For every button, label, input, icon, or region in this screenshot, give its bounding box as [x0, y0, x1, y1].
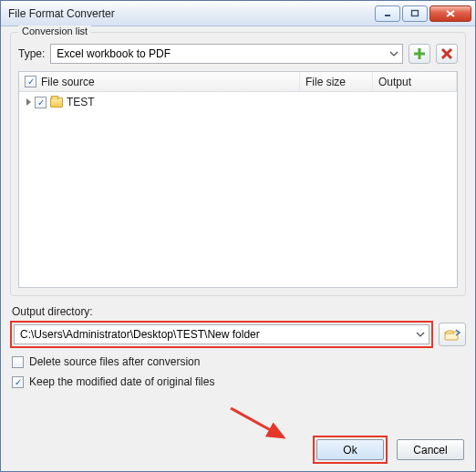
cancel-button[interactable]: Cancel — [397, 439, 464, 460]
output-highlight: C:\Users\Administrator\Desktop\TEST\New … — [10, 321, 433, 348]
file-list: ✓ File source File size Output ✓ — [18, 71, 458, 288]
keepdate-checkbox[interactable]: ✓ — [12, 376, 24, 388]
row-checkbox[interactable]: ✓ — [35, 97, 47, 108]
output-row: C:\Users\Administrator\Desktop\TEST\New … — [10, 321, 466, 348]
output-label: Output directory: — [12, 305, 466, 318]
type-label: Type: — [18, 47, 45, 60]
maximize-button[interactable] — [402, 5, 428, 22]
content-area: Conversion list Type: Excel workbook to … — [1, 26, 475, 426]
browse-button[interactable] — [439, 323, 466, 346]
ok-label: Ok — [343, 444, 357, 457]
row-name: TEST — [67, 96, 95, 108]
footer: Ok Cancel — [1, 426, 475, 471]
delete-option-row[interactable]: Delete source files after conversion — [12, 355, 466, 368]
keepdate-option-row[interactable]: ✓ Keep the modified date of original fil… — [12, 375, 466, 388]
list-body[interactable]: ✓ TEST — [19, 92, 457, 287]
col-output-label: Output — [378, 76, 411, 88]
output-path-select[interactable]: C:\Users\Administrator\Desktop\TEST\New … — [14, 324, 429, 344]
chevron-down-icon — [389, 48, 398, 62]
type-select[interactable]: Excel workbook to PDF — [50, 44, 403, 64]
ok-button[interactable]: Ok — [316, 439, 384, 460]
col-header-source[interactable]: ✓ File source — [19, 72, 300, 91]
add-button[interactable] — [409, 44, 430, 64]
remove-button[interactable] — [436, 44, 458, 64]
window-title: File Format Converter — [8, 7, 115, 20]
delete-label: Delete source files after conversion — [29, 355, 200, 368]
ok-highlight: Ok — [313, 436, 388, 464]
output-path: C:\Users\Administrator\Desktop\TEST\New … — [20, 328, 260, 341]
window-controls — [375, 5, 471, 22]
group-label: Conversion list — [18, 26, 91, 36]
window-root: File Format Converter Conversion list Ty… — [0, 0, 476, 472]
chevron-down-icon — [416, 329, 425, 343]
col-header-size[interactable]: File size — [300, 72, 373, 91]
type-row: Type: Excel workbook to PDF — [18, 44, 458, 64]
conversion-group: Conversion list Type: Excel workbook to … — [10, 32, 466, 296]
keepdate-label: Keep the modified date of original files — [29, 375, 214, 388]
list-header: ✓ File source File size Output — [19, 72, 457, 92]
header-checkbox[interactable]: ✓ — [25, 76, 36, 87]
col-source-label: File source — [41, 76, 95, 88]
svg-rect-1 — [412, 10, 419, 15]
delete-checkbox[interactable] — [12, 356, 24, 368]
cancel-label: Cancel — [413, 444, 447, 457]
folder-icon — [50, 97, 63, 108]
svg-rect-5 — [414, 53, 425, 56]
col-size-label: File size — [305, 76, 346, 88]
col-header-output[interactable]: Output — [373, 72, 457, 91]
tree-row[interactable]: ✓ TEST — [23, 94, 453, 110]
type-value: Excel workbook to PDF — [57, 47, 171, 60]
expand-icon[interactable] — [26, 98, 31, 106]
minimize-button[interactable] — [375, 5, 400, 22]
titlebar[interactable]: File Format Converter — [1, 1, 475, 26]
close-button[interactable] — [429, 5, 471, 22]
